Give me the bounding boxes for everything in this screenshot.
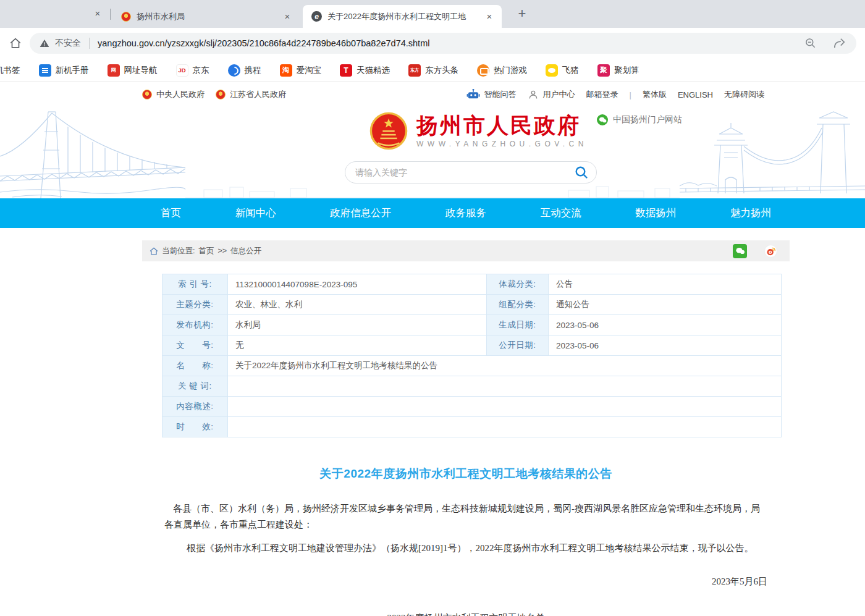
jiangsu-gov-label: 江苏省人民政府 bbox=[230, 89, 286, 100]
nav-news[interactable]: 新闻中心 bbox=[235, 206, 276, 220]
breadcrumb: 当前位置: 首页 >> 信息公开 bbox=[142, 240, 790, 261]
bookmark-label: 东方头条 bbox=[425, 65, 458, 76]
security-label[interactable]: 不安全 bbox=[55, 38, 81, 49]
breadcrumb-separator: >> bbox=[217, 247, 227, 255]
share-icon[interactable] bbox=[833, 37, 846, 49]
site-utility-bar: 中央人民政府 江苏省人民政府 智能问答 用户中心 邮箱登录 | 繁体版 ENGL… bbox=[0, 82, 865, 107]
robot-icon bbox=[466, 88, 480, 101]
bookmark-manual[interactable]: 新机手册 bbox=[39, 64, 89, 77]
nav-interaction[interactable]: 互动交流 bbox=[541, 206, 581, 220]
close-icon[interactable]: × bbox=[91, 7, 104, 20]
juhuasuan-icon: 聚 bbox=[597, 64, 610, 77]
zoom-out-icon[interactable] bbox=[804, 37, 817, 49]
breadcrumb-home-link[interactable]: 首页 bbox=[198, 246, 214, 256]
table-row: 主题分类: 农业、林业、水利 组配分类: 通知公告 bbox=[162, 295, 781, 315]
search-box bbox=[345, 161, 597, 184]
bookmark-label: 热门游戏 bbox=[494, 65, 527, 76]
central-gov-link[interactable]: 中央人民政府 bbox=[142, 89, 205, 100]
site-logo[interactable]: 扬州市人民政府 WWW.YANGZHOU.GOV.CN bbox=[369, 112, 588, 150]
wechat-share-icon[interactable] bbox=[733, 244, 747, 258]
meta-value: 公告 bbox=[549, 274, 781, 294]
warning-icon bbox=[40, 38, 49, 48]
fliggy-icon bbox=[546, 64, 558, 77]
smart-qa-link[interactable]: 智能问答 bbox=[466, 88, 517, 101]
article-title: 关于2022年度扬州市水利工程文明工地考核结果的公告 bbox=[142, 466, 790, 482]
table-row: 索 引 号: 11321000014407098E-2023-095 体裁分类:… bbox=[162, 274, 781, 295]
national-emblem-icon bbox=[369, 112, 408, 150]
portal-link[interactable]: 中国扬州门户网站 bbox=[597, 114, 682, 125]
close-icon[interactable]: × bbox=[483, 11, 496, 23]
bookmark-label: 聚划算 bbox=[614, 65, 639, 76]
table-row: 内容概述: bbox=[162, 397, 781, 417]
table-row: 文 号: 无 公开日期: 2023-05-06 bbox=[162, 335, 781, 356]
browser-toolbar: 不安全 yangzhou.gov.cn/yzszxxgk/slj/202305/… bbox=[0, 28, 865, 59]
address-bar[interactable]: 不安全 yangzhou.gov.cn/yzszxxgk/slj/202305/… bbox=[30, 33, 856, 54]
bookmark-dongfang[interactable]: 东方 东方头条 bbox=[408, 64, 458, 77]
breadcrumb-current[interactable]: 信息公开 bbox=[230, 246, 261, 256]
tmall-icon: T bbox=[340, 64, 352, 77]
mail-login-link[interactable]: 邮箱登录 bbox=[586, 89, 618, 100]
accessibility-link[interactable]: 无障碍阅读 bbox=[724, 89, 764, 100]
bookmark-fliggy[interactable]: 飞猪 bbox=[546, 64, 579, 77]
site-favicon-icon: e bbox=[311, 11, 322, 22]
meta-value: 无 bbox=[228, 335, 487, 355]
tab-bar: × 扬州市水利局 × e 关于2022年度扬州市水利工程文明工地 × + bbox=[0, 0, 865, 28]
nav-info-disclosure[interactable]: 政府信息公开 bbox=[330, 206, 391, 220]
bookmark-juhuasuan[interactable]: 聚 聚划算 bbox=[597, 64, 639, 77]
table-row: 发布机构: 水利局 生成日期: 2023-05-06 bbox=[162, 315, 781, 335]
new-tab-button[interactable]: + bbox=[513, 5, 531, 23]
article-list-title: 2022年度扬州市水利工程文明工地名单 bbox=[142, 612, 790, 616]
meta-value: 关于2022年度扬州市水利工程文明工地考核结果的公告 bbox=[228, 356, 781, 376]
breadcrumb-home-icon bbox=[150, 247, 158, 255]
manual-icon bbox=[39, 64, 51, 77]
bookmark-label: 网址导航 bbox=[124, 65, 158, 76]
search-icon[interactable] bbox=[574, 165, 589, 180]
jiangsu-gov-link[interactable]: 江苏省人民政府 bbox=[216, 89, 286, 100]
site-name: 扬州市人民政府 bbox=[416, 114, 588, 138]
bookmark-tmall[interactable]: T 天猫精选 bbox=[340, 64, 390, 77]
weibo-share-icon[interactable] bbox=[764, 245, 777, 258]
english-link[interactable]: ENGLISH bbox=[678, 90, 713, 99]
bookmark-label: 京东 bbox=[193, 65, 209, 76]
tab-current-article[interactable]: e 关于2022年度扬州市水利工程文明工地 × bbox=[303, 5, 502, 28]
article-paragraph: 根据《扬州市水利工程文明工地建设管理办法》（扬水规[2019]1号），2022年… bbox=[164, 540, 767, 556]
bookmark-nav[interactable]: 网 网址导航 bbox=[108, 64, 158, 77]
meta-value bbox=[228, 376, 781, 396]
smart-qa-label: 智能问答 bbox=[484, 89, 517, 100]
meta-label: 组配分类: bbox=[487, 295, 549, 314]
bookmark-ctrip[interactable]: 携程 bbox=[228, 64, 261, 77]
nav-services[interactable]: 政务服务 bbox=[445, 206, 486, 220]
bookmark-taobao[interactable]: 淘 爱淘宝 bbox=[280, 64, 322, 77]
tab-water-bureau[interactable]: 扬州市水利局 × bbox=[112, 5, 300, 28]
close-icon[interactable]: × bbox=[281, 11, 293, 23]
bookmark-phone[interactable]: 机书签 bbox=[0, 65, 20, 76]
nav-charm[interactable]: 魅力扬州 bbox=[730, 206, 771, 220]
bookmarks-bar: 机书签 新机手册 网 网址导航 JD 京东 携程 淘 爱淘宝 T 天猫精选 东方… bbox=[0, 59, 865, 82]
bookmark-label: 飞猪 bbox=[562, 65, 579, 76]
user-center-link[interactable]: 用户中心 bbox=[528, 89, 575, 100]
portal-label: 中国扬州门户网站 bbox=[613, 114, 682, 125]
meta-label: 关 键 词: bbox=[162, 376, 228, 396]
meta-label: 主题分类: bbox=[162, 295, 228, 314]
nav-data[interactable]: 数据扬州 bbox=[635, 206, 676, 220]
gov-emblem-icon bbox=[142, 90, 152, 99]
bookmark-jd[interactable]: JD 京东 bbox=[176, 64, 209, 77]
nav-home[interactable]: 首页 bbox=[161, 206, 181, 220]
url-text[interactable]: yangzhou.gov.cn/yzszxxgk/slj/202305/210c… bbox=[98, 38, 429, 48]
site-domain: WWW.YANGZHOU.GOV.CN bbox=[416, 140, 588, 148]
bookmark-games[interactable]: 热门游戏 bbox=[477, 64, 527, 77]
bookmark-label: 携程 bbox=[245, 65, 261, 76]
bridge-sketch-left bbox=[0, 107, 185, 198]
traditional-link[interactable]: 繁体版 bbox=[643, 89, 667, 100]
meta-label: 名 称: bbox=[162, 356, 228, 376]
home-icon[interactable] bbox=[9, 36, 22, 50]
meta-value: 农业、林业、水利 bbox=[228, 295, 487, 314]
article: 关于2022年度扬州市水利工程文明工地考核结果的公告 各县（市、区）水利（务）局… bbox=[142, 466, 790, 616]
search-input[interactable] bbox=[355, 167, 574, 177]
meta-label: 内容概述: bbox=[162, 397, 228, 416]
breadcrumb-label: 当前位置: bbox=[162, 246, 195, 256]
meta-label: 时 效: bbox=[162, 417, 228, 437]
tab-title: 关于2022年度扬州市水利工程文明工地 bbox=[327, 11, 479, 22]
meta-label: 体裁分类: bbox=[487, 274, 549, 294]
address-divider bbox=[89, 38, 90, 49]
